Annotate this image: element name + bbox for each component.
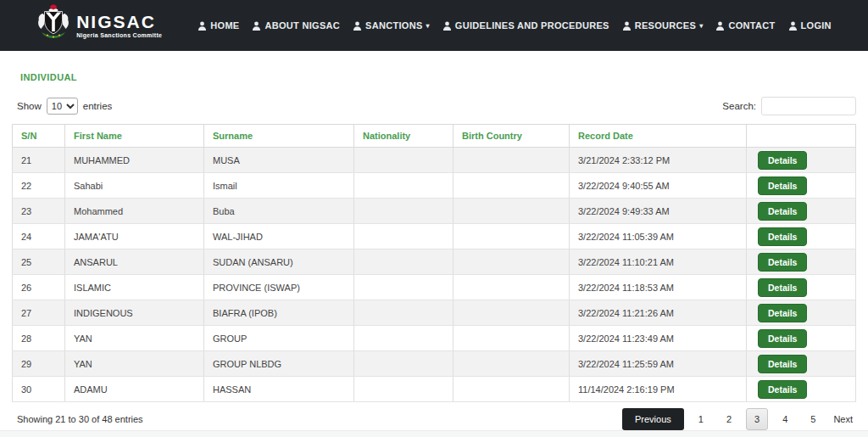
top-nav: NIGSAC Nigeria Sanctions Committe HOME ▾… — [0, 0, 868, 51]
surname-cell: BIAFRA (IPOB) — [204, 300, 354, 326]
header-row: S/NFirst NameSurnameNationalityBirth Cou… — [13, 125, 856, 148]
table-controls: Show 10 entries Search: — [17, 97, 856, 115]
brand[interactable]: NIGSAC Nigeria Sanctions Committe — [36, 4, 162, 47]
record-date-cell: 3/22/2024 11:10:21 AM — [570, 249, 747, 275]
details-button[interactable]: Details — [758, 304, 807, 322]
column-header — [747, 125, 856, 148]
search-input[interactable] — [761, 97, 856, 115]
nav-item-label: LOGIN — [801, 20, 832, 31]
first-name-cell: YAN — [65, 351, 204, 377]
user-icon — [252, 21, 261, 31]
chevron-down-icon: ▾ — [426, 23, 430, 30]
record-date-cell: 11/14/2024 2:16:19 PM — [570, 377, 747, 402]
nav-item-label: ABOUT NIGSAC — [264, 20, 340, 31]
record-date-cell: 3/22/2024 11:05:39 AM — [570, 224, 747, 249]
details-cell: Details — [747, 275, 856, 300]
nationality-cell — [354, 377, 453, 402]
column-header: Record Date — [570, 125, 747, 148]
record-date-cell: 3/22/2024 11:18:53 AM — [570, 275, 747, 300]
details-button[interactable]: Details — [758, 278, 807, 297]
nav-item-label: GUIDELINES AND PROCEDURES — [455, 20, 609, 31]
sn-cell: 30 — [13, 377, 65, 402]
nationality-cell — [354, 275, 453, 300]
record-date-cell: 3/21/2024 2:33:12 PM — [570, 148, 747, 173]
table-row: 23 Mohammed Buba 3/22/2024 9:49:33 AM De… — [13, 199, 856, 224]
nav-item-label: CONTACT — [728, 20, 775, 31]
nav-item[interactable]: HOME ▾ — [198, 20, 239, 31]
user-icon — [715, 21, 725, 31]
table-row: 29 YAN GROUP NLBDG 3/22/2024 11:25:59 AM… — [13, 351, 856, 377]
individuals-table: S/NFirst NameSurnameNationalityBirth Cou… — [12, 124, 856, 402]
nationality-cell — [354, 300, 453, 326]
nav-item-label: SANCTIONS — [365, 20, 422, 31]
table-row: 28 YAN GROUP 3/22/2024 11:23:49 AM Detai… — [13, 326, 856, 351]
user-icon — [353, 21, 362, 31]
surname-cell: MUSA — [204, 148, 354, 173]
sn-cell: 27 — [13, 300, 65, 326]
previous-page-button[interactable]: Previous — [622, 408, 684, 430]
page-number-list: 12345 — [690, 408, 825, 430]
first-name-cell: MUHAMMED — [65, 148, 204, 173]
details-button[interactable]: Details — [758, 202, 807, 221]
details-cell: Details — [747, 199, 856, 224]
nationality-cell — [354, 224, 453, 249]
page-number-button[interactable]: 3 — [746, 408, 768, 430]
details-button[interactable]: Details — [758, 227, 807, 246]
surname-cell: GROUP NLBDG — [204, 351, 354, 377]
nav-item[interactable]: GUIDELINES AND PROCEDURES ▾ — [442, 20, 609, 31]
birth-country-cell — [453, 326, 570, 351]
birth-country-cell — [453, 199, 570, 224]
details-cell: Details — [747, 148, 856, 173]
details-cell: Details — [747, 224, 856, 249]
details-button[interactable]: Details — [758, 355, 807, 373]
table-row: 22 Sahabi Ismail 3/22/2024 9:40:55 AM De… — [13, 173, 856, 199]
entries-summary: Showing 21 to 30 of 48 entries — [17, 414, 143, 424]
nav-item[interactable]: ABOUT NIGSAC ▾ — [252, 20, 340, 31]
birth-country-cell — [453, 275, 570, 300]
nav-item-label: HOME — [210, 20, 239, 31]
first-name-cell: INDIGENOUS — [65, 300, 204, 326]
column-header: Nationality — [354, 125, 453, 148]
nav-item[interactable]: RESOURCES ▾ — [622, 20, 704, 31]
table-row: 30 ADAMU HASSAN 11/14/2024 2:16:19 PM De… — [13, 377, 856, 402]
sn-cell: 22 — [13, 173, 65, 199]
brand-subtitle: Nigeria Sanctions Committe — [76, 32, 162, 38]
birth-country-cell — [453, 224, 570, 249]
table-body: 21 MUHAMMED MUSA 3/21/2024 2:33:12 PM De… — [13, 148, 856, 402]
details-button[interactable]: Details — [758, 176, 807, 195]
surname-cell: PROVINCE (ISWAP) — [204, 275, 354, 300]
page-number-button[interactable]: 4 — [774, 408, 796, 430]
details-button[interactable]: Details — [758, 380, 807, 399]
page-title: INDIVIDUAL — [20, 72, 856, 82]
birth-country-cell — [453, 300, 570, 326]
nationality-cell — [354, 249, 453, 275]
record-date-cell: 3/22/2024 11:25:59 AM — [570, 351, 747, 377]
user-icon — [622, 21, 632, 31]
birth-country-cell — [453, 377, 570, 402]
page-number-button[interactable]: 5 — [802, 408, 824, 430]
details-cell: Details — [747, 173, 856, 199]
table-row: 25 ANSARUL SUDAN (ANSARU) 3/22/2024 11:1… — [13, 249, 856, 275]
birth-country-cell — [453, 173, 570, 199]
nav-item[interactable]: SANCTIONS ▾ — [353, 20, 430, 31]
record-date-cell: 3/22/2024 9:49:33 AM — [570, 199, 747, 224]
page-length-select[interactable]: 10 — [47, 98, 78, 115]
table-head: S/NFirst NameSurnameNationalityBirth Cou… — [13, 125, 856, 148]
table-row: 26 ISLAMIC PROVINCE (ISWAP) 3/22/2024 11… — [13, 275, 856, 300]
table-footer: Showing 21 to 30 of 48 entries Previous … — [17, 408, 856, 430]
nigeria-coat-of-arms-icon — [36, 4, 70, 47]
column-header: Birth Country — [453, 125, 570, 148]
sn-cell: 29 — [13, 351, 65, 377]
nav-item[interactable]: LOGIN ▾ — [788, 20, 832, 31]
page-number-button[interactable]: 2 — [718, 408, 740, 430]
pagination: Previous 12345 Next — [622, 408, 856, 430]
record-date-cell: 3/22/2024 11:23:49 AM — [570, 326, 747, 351]
details-button[interactable]: Details — [758, 253, 807, 272]
user-icon — [198, 21, 207, 31]
next-page-button[interactable]: Next — [830, 409, 856, 429]
page-number-button[interactable]: 1 — [690, 408, 712, 430]
sn-cell: 26 — [13, 275, 65, 300]
details-button[interactable]: Details — [758, 329, 807, 348]
nav-item[interactable]: CONTACT ▾ — [715, 20, 775, 31]
details-button[interactable]: Details — [758, 151, 807, 170]
